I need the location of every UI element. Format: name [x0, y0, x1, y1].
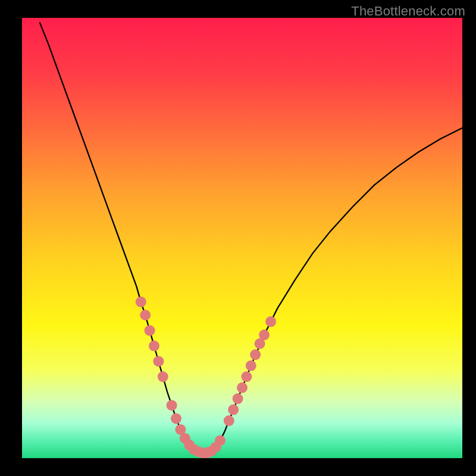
marker-dot — [246, 361, 256, 371]
marker-dot — [237, 383, 248, 393]
marker-dot — [241, 371, 252, 382]
marker-dot — [228, 405, 239, 415]
marker-dot — [250, 349, 261, 360]
marker-dot — [149, 340, 159, 351]
marker-dot — [145, 325, 155, 336]
marker-dot — [136, 296, 146, 307]
marker-dot — [224, 415, 234, 426]
marker-dot — [265, 317, 276, 327]
marker-dot — [158, 371, 168, 382]
plot-area — [22, 18, 462, 458]
marker-dot — [153, 356, 164, 367]
chart-frame: TheBottleneck.com — [0, 0, 476, 476]
marker-dot — [167, 400, 177, 411]
marker-dot — [140, 310, 151, 321]
marker-dot — [259, 330, 270, 340]
chart-svg — [22, 18, 462, 458]
marker-dot — [215, 435, 226, 446]
watermark-text: TheBottleneck.com — [351, 4, 465, 19]
marker-dot — [233, 393, 243, 404]
marker-dot — [171, 413, 181, 424]
